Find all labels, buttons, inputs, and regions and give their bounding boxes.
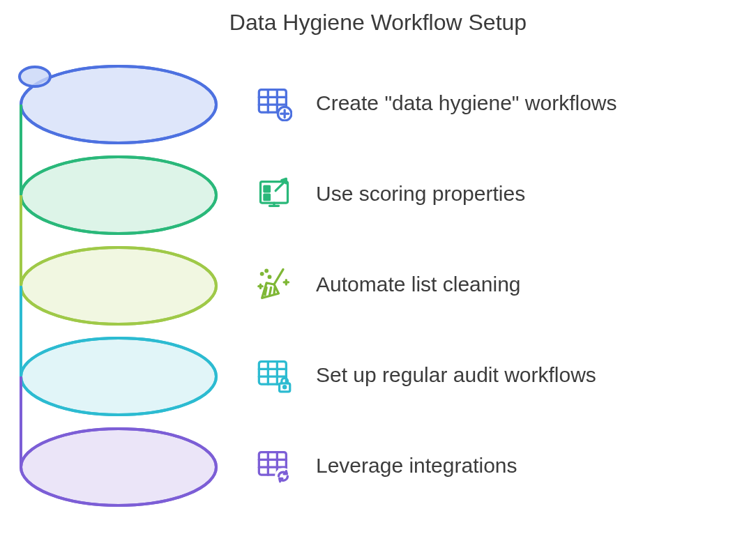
list-item-label: Create "data hygiene" workflows xyxy=(316,91,617,115)
list-item-label: Automate list cleaning xyxy=(316,273,521,296)
svg-line-25 xyxy=(265,287,266,295)
table-lock-icon xyxy=(255,356,294,395)
list-item: Create "data hygiene" workflows xyxy=(255,84,617,123)
svg-line-27 xyxy=(274,287,275,293)
svg-rect-23 xyxy=(264,194,270,200)
svg-point-29 xyxy=(266,270,268,272)
list-item-label: Set up regular audit workflows xyxy=(316,363,596,387)
table-add-icon xyxy=(255,84,294,123)
table-refresh-icon xyxy=(255,446,294,485)
spiral-illustration xyxy=(14,56,223,509)
list-item: Automate list cleaning xyxy=(255,265,617,304)
list-item-label: Leverage integrations xyxy=(316,454,517,478)
svg-point-37 xyxy=(284,386,286,388)
list-item: Set up regular audit workflows xyxy=(255,356,617,395)
workflow-steps-list: Create "data hygiene" workflows Use scor… xyxy=(255,84,617,485)
broom-icon xyxy=(255,265,294,304)
svg-rect-22 xyxy=(264,186,270,192)
svg-line-24 xyxy=(274,269,283,284)
scorecard-icon xyxy=(255,174,294,213)
list-item-label: Use scoring properties xyxy=(316,182,525,206)
svg-line-26 xyxy=(270,287,271,295)
svg-point-2 xyxy=(20,67,50,86)
page-title: Data Hygiene Workflow Setup xyxy=(0,10,756,36)
list-item: Leverage integrations xyxy=(255,446,617,485)
svg-point-28 xyxy=(261,273,263,275)
list-item: Use scoring properties xyxy=(255,174,617,213)
svg-point-30 xyxy=(269,276,271,278)
